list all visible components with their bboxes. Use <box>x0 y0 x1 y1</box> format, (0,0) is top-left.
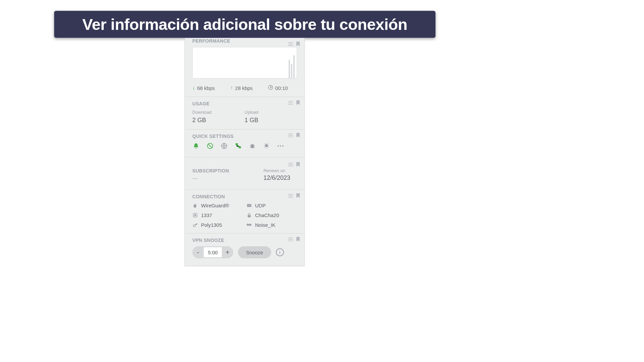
plug-icon <box>192 203 198 208</box>
renews-date: 12/6/2023 <box>263 174 290 182</box>
snooze-decrement-button[interactable]: - <box>192 246 204 258</box>
section-controls <box>288 42 300 46</box>
svg-rect-3 <box>236 143 238 145</box>
download-label: Download <box>192 110 212 115</box>
svg-rect-15 <box>248 215 251 217</box>
duration: 00:10 <box>268 85 288 91</box>
connection-value: ChaCha20 <box>255 212 279 218</box>
svg-point-9 <box>282 145 284 147</box>
connection-protocol: WireGuard® <box>192 203 243 208</box>
connection-section: CONNECTION WireGuard® UDP 1337 ChaCha20 <box>185 190 304 234</box>
svg-rect-14 <box>194 214 196 216</box>
bell-icon[interactable] <box>192 142 200 150</box>
connection-value: UDP <box>255 203 266 208</box>
upload-label: Upload <box>245 110 258 115</box>
svg-point-11 <box>248 205 249 206</box>
subscription-section: SUBSCRIPTION --- Renews on 12/6/2023 <box>185 157 304 190</box>
connection-value: Noise_IK <box>255 222 276 228</box>
download-speed-value: 68 kbps <box>197 85 215 91</box>
bug-icon[interactable] <box>249 142 256 150</box>
menu-lines-icon[interactable] <box>288 101 293 105</box>
connection-value: Poly1305 <box>201 222 222 228</box>
subscription-header: SUBSCRIPTION <box>192 168 229 173</box>
port-icon <box>192 213 198 218</box>
duration-value: 00:10 <box>275 85 288 91</box>
connection-header: CONNECTION <box>192 194 297 199</box>
svg-point-5 <box>251 144 254 148</box>
protocol-icon <box>246 203 252 208</box>
menu-lines-icon[interactable] <box>288 163 293 166</box>
vpn-snooze-header: VPN SNOOZE <box>192 238 297 243</box>
quick-settings-section: QUICK SETTINGS <box>185 130 304 157</box>
connection-transport: UDP <box>246 203 297 208</box>
performance-graph <box>192 47 297 79</box>
bookmark-icon[interactable] <box>296 162 300 167</box>
connection-port: 1337 <box>192 212 243 218</box>
section-controls <box>288 237 300 242</box>
key-icon <box>192 222 198 228</box>
banner: Ver información adicional sobre tu conex… <box>54 11 436 38</box>
snooze-stepper: - 5:00 + <box>192 246 233 258</box>
download-speed: ↓ 68 kbps <box>192 85 215 91</box>
arrow-down-icon: ↓ <box>192 85 195 91</box>
handshake-icon <box>246 222 252 228</box>
arrow-up-icon: ↑ <box>230 85 233 91</box>
connection-handshake: Noise_IK <box>246 222 297 228</box>
quick-settings-header: QUICK SETTINGS <box>192 134 297 139</box>
bookmark-icon[interactable] <box>296 193 300 198</box>
usage-header: USAGE <box>192 101 297 106</box>
bookmark-icon[interactable] <box>296 100 300 105</box>
info-icon[interactable]: i <box>276 248 284 256</box>
connection-value: 1337 <box>201 212 212 218</box>
bookmark-icon[interactable] <box>296 237 300 242</box>
menu-lines-icon[interactable] <box>288 194 293 198</box>
section-controls <box>288 133 300 138</box>
performance-section: PERFORMANCE ↓ 68 kbps ↑ 28 kbps <box>185 38 304 97</box>
menu-lines-icon[interactable] <box>288 238 293 241</box>
svg-rect-10 <box>247 204 251 207</box>
section-controls <box>288 162 300 167</box>
subscription-plan: --- <box>192 175 229 182</box>
connection-value: WireGuard® <box>201 203 229 208</box>
connection-cipher: ChaCha20 <box>246 212 297 218</box>
snooze-button[interactable]: Snooze <box>238 246 271 258</box>
clock-icon <box>268 85 273 91</box>
lightbulb-icon[interactable] <box>263 142 270 150</box>
network-icon[interactable] <box>235 142 242 150</box>
bookmark-icon[interactable] <box>296 133 300 138</box>
svg-point-7 <box>278 145 279 147</box>
upload-speed-value: 28 kbps <box>235 85 253 91</box>
svg-point-6 <box>265 144 268 147</box>
vpn-snooze-section: VPN SNOOZE - 5:00 + Snooze i <box>185 234 304 266</box>
upload-value: 1 GB <box>245 117 258 124</box>
section-controls <box>288 193 300 198</box>
shield-icon[interactable] <box>206 142 214 150</box>
download-value: 2 GB <box>192 117 212 124</box>
lock-icon <box>246 213 252 218</box>
snooze-value[interactable]: 5:00 <box>204 247 222 257</box>
renews-label: Renews on <box>263 168 290 173</box>
bookmark-icon[interactable] <box>296 42 300 46</box>
banner-text: Ver información adicional sobre tu conex… <box>82 15 407 34</box>
usage-section: USAGE Download 2 GB Upload 1 GB <box>185 97 304 130</box>
svg-point-12 <box>250 205 250 206</box>
performance-header: PERFORMANCE <box>192 38 297 44</box>
menu-lines-icon[interactable] <box>288 134 293 137</box>
upload-speed: ↑ 28 kbps <box>230 85 253 91</box>
snooze-increment-button[interactable]: + <box>222 246 233 258</box>
menu-lines-icon[interactable] <box>288 42 293 46</box>
more-icon[interactable] <box>277 142 284 150</box>
vpn-info-panel: PERFORMANCE ↓ 68 kbps ↑ 28 kbps <box>185 38 305 266</box>
section-controls <box>288 100 300 105</box>
connection-auth: Poly1305 <box>192 222 243 228</box>
globe-icon[interactable] <box>220 142 228 150</box>
svg-point-8 <box>280 145 281 147</box>
